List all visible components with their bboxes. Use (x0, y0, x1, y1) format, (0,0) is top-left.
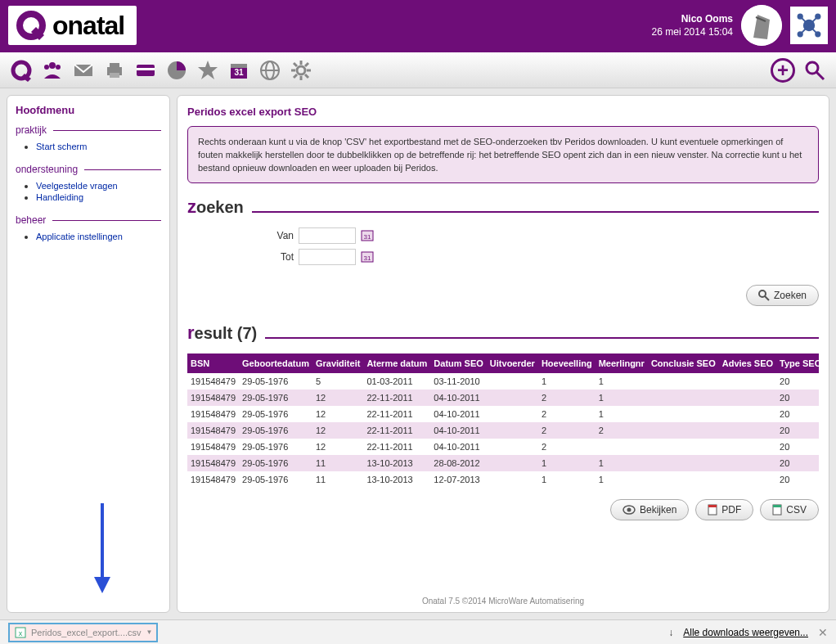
zoeken-button[interactable]: Zoeken (746, 285, 819, 306)
table-cell: 22-11-2011 (363, 390, 430, 406)
svg-point-13 (44, 65, 49, 70)
table-row[interactable]: 19154847929-05-19761222-11-201104-10-201… (187, 406, 819, 422)
add-button[interactable]: + (771, 58, 795, 83)
network-icon[interactable] (790, 7, 828, 44)
table-cell (487, 422, 538, 439)
table-cell: 20 (776, 373, 819, 390)
calendar-picker-tot-icon[interactable]: 31 (361, 250, 374, 263)
table-cell: 04-10-2011 (430, 439, 487, 455)
table-cell: 191548479 (187, 455, 239, 471)
print-icon[interactable] (101, 57, 128, 83)
column-header[interactable]: Datum SEO (430, 354, 487, 373)
column-header[interactable]: Meerlingnr (596, 354, 648, 373)
info-box: Rechts onderaan kunt u via de knop 'CSV'… (187, 126, 819, 183)
table-cell (487, 390, 538, 406)
svg-rect-17 (110, 63, 119, 68)
van-input[interactable] (299, 227, 356, 244)
table-cell: 13-10-2013 (363, 455, 430, 471)
svg-point-28 (297, 66, 305, 74)
sidebar-link-handleiding[interactable]: Handleiding (36, 192, 83, 202)
table-cell (648, 406, 719, 422)
table-cell (719, 373, 776, 390)
column-header[interactable]: Hoeveelling (538, 354, 596, 373)
sidebar-item: Handleiding (36, 191, 161, 203)
sidebar-link-start-scherm[interactable]: Start scherm (36, 142, 87, 151)
svg-line-44 (765, 296, 769, 300)
download-arrow-icon: ↓ (668, 627, 673, 638)
sidebar-link-app-instellingen[interactable]: Applicatie instellingen (36, 232, 123, 241)
card-icon[interactable] (133, 57, 159, 83)
csv-button[interactable]: CSV (760, 499, 819, 520)
column-header[interactable]: Graviditeit (312, 354, 363, 373)
pdf-button[interactable]: PDF (695, 499, 753, 520)
van-label: Van (269, 230, 294, 241)
menu-section-praktijk: praktijk (16, 124, 161, 136)
table-cell (648, 422, 719, 439)
close-icon[interactable]: ✕ (818, 626, 828, 639)
svg-line-38 (816, 72, 824, 79)
table-cell (719, 422, 776, 439)
table-cell (648, 471, 719, 488)
table-cell: 04-10-2011 (430, 390, 487, 406)
download-file-chip[interactable]: x Peridos_excel_export....csv ▼ (8, 623, 158, 642)
sidebar-item: Start scherm (36, 141, 161, 152)
table-row[interactable]: 19154847929-05-19761113-10-201312-07-201… (187, 471, 819, 488)
table-row[interactable]: 19154847929-05-19761222-11-201104-10-201… (187, 422, 819, 439)
column-header[interactable]: BSN (187, 354, 239, 373)
table-row[interactable]: 19154847929-05-19761113-10-201328-08-201… (187, 455, 819, 471)
table-cell: 20 (776, 422, 819, 439)
result-heading: result (7) (187, 322, 819, 344)
tot-input[interactable] (299, 249, 356, 265)
sidebar-link-faq[interactable]: Veelgestelde vragen (36, 181, 118, 191)
svg-line-36 (305, 63, 308, 66)
table-cell: 01-03-2011 (363, 373, 430, 390)
table-cell: 1 (596, 390, 648, 406)
svg-rect-48 (708, 505, 717, 507)
people-icon[interactable] (39, 57, 65, 83)
table-cell: 2 (538, 439, 596, 455)
avatar[interactable] (741, 5, 782, 46)
column-header[interactable]: Aterme datum (363, 354, 430, 373)
refresh-icon[interactable] (8, 57, 34, 83)
app-header: onatal Nico Ooms 26 mei 2014 15:04 (0, 0, 836, 51)
svg-text:31: 31 (364, 254, 371, 262)
column-header[interactable]: Conclusie SEO (648, 354, 719, 373)
column-header[interactable]: Type SEO (776, 354, 819, 373)
svg-rect-20 (137, 68, 155, 70)
table-row[interactable]: 19154847929-05-1976501-03-201103-11-2010… (187, 373, 819, 390)
svg-point-37 (807, 62, 818, 74)
svg-text:31: 31 (364, 233, 371, 241)
globe-icon[interactable] (257, 57, 283, 83)
table-cell: 20 (776, 390, 819, 406)
table-cell (719, 455, 776, 471)
user-info: Nico Ooms 26 mei 2014 15:04 (652, 12, 733, 38)
mail-icon[interactable] (70, 57, 97, 83)
table-cell (487, 373, 538, 390)
calendar-icon[interactable]: 31 (226, 57, 252, 83)
star-icon[interactable] (195, 57, 221, 83)
table-cell: 20 (776, 455, 819, 471)
table-row[interactable]: 19154847929-05-19761222-11-201104-10-201… (187, 390, 819, 406)
gear-icon[interactable] (288, 57, 314, 83)
table-cell: 1 (538, 455, 596, 471)
toolbar: 31 + (0, 51, 836, 88)
table-cell: 03-11-2010 (430, 373, 487, 390)
table-cell: 2 (538, 422, 596, 439)
table-cell: 1 (596, 471, 648, 488)
pie-chart-icon[interactable] (164, 57, 190, 83)
table-cell: 22-11-2011 (363, 439, 430, 455)
table-row[interactable]: 19154847929-05-19761222-11-201104-10-201… (187, 439, 819, 455)
table-cell (648, 390, 719, 406)
bekijken-button[interactable]: Bekijken (610, 499, 689, 520)
brand-name: onatal (52, 11, 124, 41)
column-header[interactable]: Geboortedatum (239, 354, 312, 373)
search-icon[interactable] (802, 57, 828, 83)
table-cell (719, 471, 776, 488)
show-all-downloads-link[interactable]: Alle downloads weergeven... (683, 627, 808, 638)
table-cell (596, 439, 648, 455)
table-cell: 29-05-1976 (239, 373, 312, 390)
column-header[interactable]: Advies SEO (719, 354, 776, 373)
calendar-picker-van-icon[interactable]: 31 (361, 229, 374, 242)
column-header[interactable]: Uitvoerder (487, 354, 538, 373)
content-panel: Peridos excel export SEO Rechts onderaan… (177, 95, 829, 613)
